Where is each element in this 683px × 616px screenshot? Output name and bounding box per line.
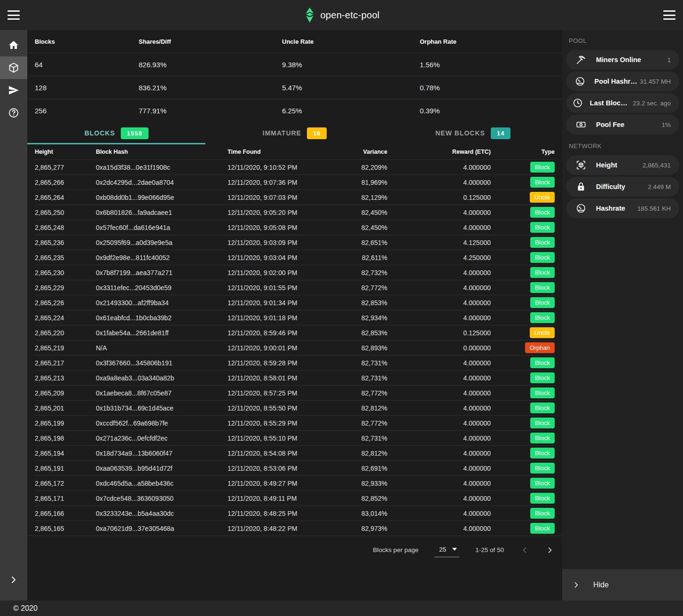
col-header-height: Height (35, 149, 96, 155)
page-size-select[interactable]: 25 (434, 543, 459, 557)
variance-cell: 82,691% (353, 465, 387, 472)
time-found-cell: 12/11/2020, 9:10:52 PM (228, 164, 353, 171)
sidebar-expand-button[interactable] (0, 569, 27, 591)
block-hash-cell: 0xdc465d5a...a58beb436c (96, 480, 228, 487)
banknote-icon (566, 119, 596, 130)
gauge-icon (566, 203, 596, 213)
height-cell: 2,865,250 (35, 209, 96, 216)
menu-icon[interactable] (8, 10, 20, 20)
menu-right-icon[interactable] (663, 10, 675, 20)
type-cell: Block (491, 463, 555, 474)
reward-cell: 4.000000 (387, 404, 491, 412)
height-cell: 2,865,266 (35, 179, 96, 186)
reward-cell: 4.250000 (387, 254, 491, 261)
pool-last-block-found: Last Block Fo… 23.2 sec. ago (566, 93, 679, 113)
stats-cell: 0.78% (420, 76, 555, 99)
blocks-table-body: 2,865,277 0xa15d3f38...0e31f1908c 12/11/… (35, 159, 555, 536)
block-hash-cell: 0x2dc4295d...2dae0a8704 (96, 179, 228, 186)
variance-cell: 82,853% (353, 329, 387, 337)
tab-immature[interactable]: IMMATURE 16 (205, 122, 384, 144)
table-row: 2,865,236 0x25095f69...a0d39e9e5a 12/11/… (35, 235, 555, 250)
status-badge: Block (530, 207, 555, 218)
brand: open-etc-pool (303, 8, 379, 23)
col-header-reward: Reward (ETC) (387, 149, 491, 155)
type-cell: Block (491, 433, 555, 443)
type-cell: Block (491, 418, 555, 428)
block-hash-cell: 0x25095f69...a0d39e9e5a (96, 239, 228, 246)
main-content: Blocks Shares/Diff Uncle Rate Orphan Rat… (27, 30, 562, 600)
table-row: 2,865,213 0xa9a8eab3...03a340a82b 12/11/… (35, 370, 555, 385)
status-badge: Block (530, 463, 555, 474)
table-row: 2,865,217 0x3f367660...345806b191 12/11/… (35, 355, 555, 370)
sidebar-item-blocks[interactable] (0, 56, 27, 79)
sidebar-item-payments[interactable] (0, 79, 27, 102)
stats-row: 128 836.21% 5.47% 0.78% (27, 76, 562, 99)
variance-cell: 82,812% (353, 404, 387, 412)
time-found-cell: 12/11/2020, 8:55:29 PM (228, 419, 353, 427)
tab-new-blocks[interactable]: NEW BLOCKS 14 (384, 122, 562, 144)
status-badge: Block (530, 448, 555, 458)
next-page-button[interactable] (545, 545, 555, 555)
type-cell: Block (491, 237, 555, 248)
time-found-cell: 12/11/2020, 8:55:10 PM (228, 434, 353, 442)
variance-cell: 82,973% (353, 525, 387, 532)
height-cell: 2,865,172 (35, 480, 96, 487)
gauge-icon (566, 76, 595, 87)
reward-cell: 4.000000 (387, 510, 491, 517)
status-badge: Uncle (530, 192, 555, 203)
sidebar-item-help[interactable] (0, 102, 27, 124)
stats-col-header: Orphan Rate (420, 30, 555, 53)
time-found-cell: 12/11/2020, 9:07:03 PM (228, 194, 353, 201)
table-row: 2,865,201 0x1b31b734...69c1d45ace 12/11/… (35, 400, 555, 415)
variance-cell: 82,933% (353, 480, 387, 487)
status-badge: Block (530, 523, 555, 534)
copyright-text: © 2020 (13, 604, 38, 613)
time-found-cell: 12/11/2020, 8:53:06 PM (228, 465, 353, 472)
status-badge: Block (530, 493, 555, 504)
stats-cell: 128 (35, 76, 139, 99)
type-cell: Block (491, 207, 555, 218)
block-hash-cell: N/A (96, 344, 228, 352)
height-cell: 2,865,235 (35, 254, 96, 261)
time-found-cell: 12/11/2020, 9:05:08 PM (228, 224, 353, 231)
reward-cell: 4.000000 (387, 480, 491, 487)
tab-count-badge: 16 (307, 127, 327, 139)
table-row: 2,865,209 0x1aebeca8...8f67c05e87 12/11/… (35, 385, 555, 400)
status-badge: Block (530, 252, 555, 263)
reward-cell: 0.125000 (387, 329, 491, 337)
table-row: 2,865,166 0x3233243e...b5a4aa30dc 12/11/… (35, 505, 555, 521)
cube-scan-icon (566, 160, 596, 170)
blocks-table: Height Block Hash Time Found Variance Re… (27, 144, 562, 536)
type-cell: Block (491, 478, 555, 489)
type-cell: Block (491, 177, 555, 188)
status-badge: Block (530, 282, 555, 293)
type-cell: Block (491, 312, 555, 323)
block-hash-cell: 0x1aebeca8...8f67c05e87 (96, 389, 228, 397)
variance-cell: 82,853% (353, 299, 387, 307)
hide-sidebar-button[interactable]: Hide (562, 569, 683, 600)
status-badge: Block (530, 357, 555, 368)
status-badge: Block (530, 267, 555, 278)
tab-blocks[interactable]: BLOCKS 1558 (27, 122, 205, 144)
variance-cell: 82,651% (353, 239, 387, 246)
prev-page-button[interactable] (520, 545, 529, 555)
table-row: 2,865,235 0x9df2e98e...811fc40052 12/11/… (35, 250, 555, 265)
sidebar-item-home[interactable] (0, 34, 27, 56)
tab-label: BLOCKS (85, 129, 115, 137)
time-found-cell: 12/11/2020, 9:01:34 PM (228, 299, 353, 307)
type-cell: Block (491, 387, 555, 398)
table-row: 2,865,226 0x21493300...af2ff9ba34 12/11/… (35, 295, 555, 310)
stats-col-header: Shares/Diff (139, 30, 282, 53)
variance-cell: 82,129% (353, 194, 387, 201)
reward-cell: 4.000000 (387, 434, 491, 442)
status-badge: Block (530, 508, 555, 519)
app-root: open-etc-pool Blocks Shares/Diff Uncle (0, 0, 683, 616)
time-found-cell: 12/11/2020, 9:02:00 PM (228, 269, 353, 276)
height-cell: 2,865,230 (35, 269, 96, 276)
block-hash-cell: 0x18d734a9...13b6060f47 (96, 450, 228, 457)
reward-cell: 4.125000 (387, 239, 491, 246)
reward-cell: 4.000000 (387, 450, 491, 457)
stats-cell: 0.39% (420, 99, 555, 122)
height-cell: 2,865,226 (35, 299, 96, 307)
height-cell: 2,865,213 (35, 374, 96, 382)
